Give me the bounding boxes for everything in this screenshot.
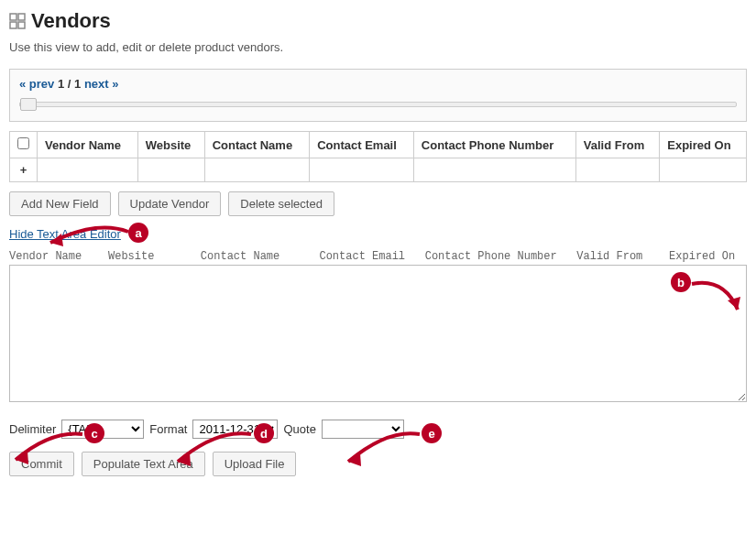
vendor-table: Vendor Name Website Contact Name Contact… <box>9 131 747 182</box>
col-expired-on: Expired On <box>660 132 747 158</box>
annotation-a: a <box>128 223 148 243</box>
cell-contact-name[interactable] <box>204 158 309 182</box>
col-valid-from: Valid From <box>575 132 659 158</box>
annotation-a-arrow <box>32 215 131 252</box>
select-all-checkbox[interactable] <box>17 137 29 149</box>
cell-expired-on[interactable] <box>660 158 747 182</box>
bulk-textarea[interactable] <box>9 265 747 402</box>
pager-next[interactable]: next » <box>84 77 119 91</box>
quote-label: Quote <box>283 422 315 436</box>
svg-rect-1 <box>18 14 25 20</box>
annotation-d: d <box>254 423 274 443</box>
add-row-button[interactable]: + <box>10 158 38 182</box>
col-website: Website <box>137 132 204 158</box>
annotation-c: c <box>84 423 104 443</box>
action-row: Add New Field Update Vendor Delete selec… <box>9 191 747 216</box>
annotation-c-arrow <box>5 423 87 469</box>
select-all-header[interactable] <box>10 132 38 158</box>
svg-rect-0 <box>10 14 16 20</box>
cell-website[interactable] <box>137 158 204 182</box>
col-contact-name: Contact Name <box>204 132 309 158</box>
pager-prev[interactable]: « prev <box>19 77 54 91</box>
horizontal-scrollbar[interactable] <box>19 96 737 110</box>
pager-total: 1 <box>74 77 81 91</box>
pager-current: 1 <box>58 77 64 91</box>
delete-selected-button[interactable]: Delete selected <box>228 191 334 216</box>
cell-valid-from[interactable] <box>575 158 659 182</box>
page-header: Vendors <box>9 9 747 33</box>
annotation-d-arrow <box>167 423 257 469</box>
grid-icon <box>9 13 26 29</box>
svg-rect-2 <box>10 22 16 28</box>
pager-sep: / <box>68 77 74 91</box>
col-contact-phone: Contact Phone Number <box>413 132 575 158</box>
textarea-column-header: Vendor Name Website Contact Name Contact… <box>9 250 747 263</box>
col-vendor-name: Vendor Name <box>38 132 138 158</box>
update-vendor-button[interactable]: Update Vendor <box>118 191 222 216</box>
page-subtitle: Use this view to add, edit or delete pro… <box>9 40 747 54</box>
annotation-e-arrow <box>337 423 424 469</box>
cell-contact-phone[interactable] <box>413 158 575 182</box>
annotation-e: e <box>422 423 442 443</box>
cell-contact-email[interactable] <box>310 158 414 182</box>
add-new-field-button[interactable]: Add New Field <box>9 191 111 216</box>
annotation-b: b <box>671 272 691 292</box>
add-row: + <box>10 158 747 182</box>
annotation-b-arrow <box>687 275 751 321</box>
pager-panel: « prev 1 / 1 next » <box>9 69 747 122</box>
cell-vendor-name[interactable] <box>38 158 138 182</box>
svg-rect-3 <box>18 22 25 28</box>
page-title: Vendors <box>31 9 111 33</box>
col-contact-email: Contact Email <box>310 132 414 158</box>
pager: « prev 1 / 1 next » <box>19 77 737 91</box>
